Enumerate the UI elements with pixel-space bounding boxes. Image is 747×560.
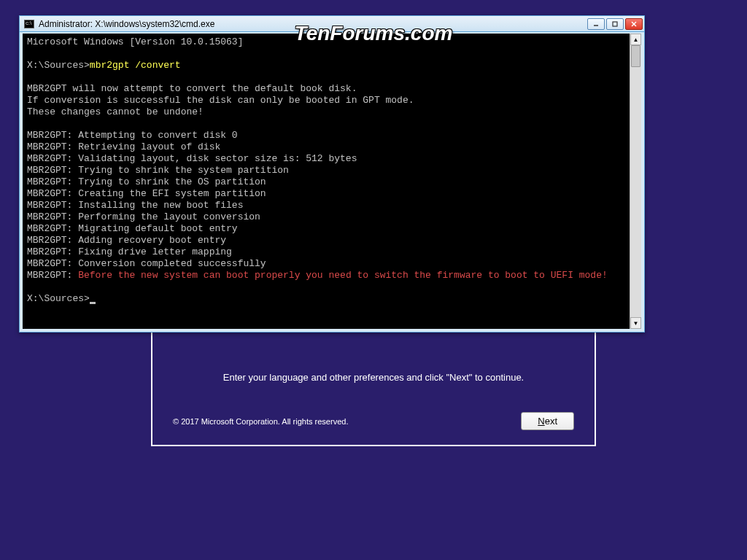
scroll-up-icon[interactable]: ▲ [630,34,641,45]
cmd-icon: c:\ [24,20,34,28]
typed-command: mbr2gpt /convert [90,60,181,71]
console-output[interactable]: Microsoft Windows [Version 10.0.15063] X… [23,34,630,329]
next-button[interactable]: Next [521,412,574,430]
cursor [90,302,96,304]
uefi-warning: Before the new system can boot properly … [78,270,608,281]
svg-rect-1 [613,22,617,26]
windows-setup-panel: Enter your language and other preference… [151,327,596,446]
minimize-button[interactable] [587,18,605,30]
scroll-down-icon[interactable]: ▼ [630,317,641,329]
titlebar[interactable]: c:\ Administrator: X:\windows\system32\c… [20,16,644,32]
maximize-button[interactable] [606,18,624,30]
window-title: Administrator: X:\windows\system32\cmd.e… [39,19,214,29]
setup-instruction: Enter your language and other preference… [173,372,574,383]
close-button[interactable] [625,18,643,30]
cmd-window: c:\ Administrator: X:\windows\system32\c… [19,15,645,332]
scroll-thumb[interactable] [631,45,640,67]
vertical-scrollbar[interactable]: ▲ ▼ [630,34,641,329]
copyright-text: © 2017 Microsoft Corporation. All rights… [173,417,348,426]
